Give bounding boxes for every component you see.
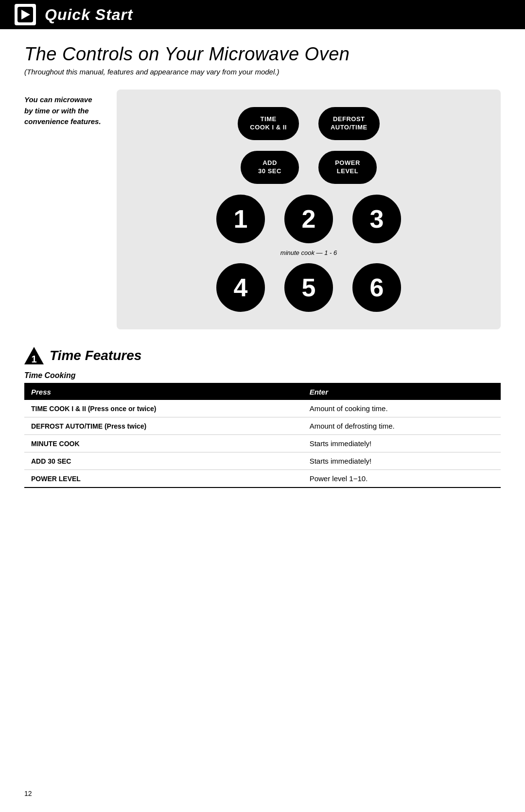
enter-cell: Starts immediately! (303, 452, 501, 470)
sidebar-description: You can microwave by time or with the co… (24, 90, 102, 127)
controls-section: You can microwave by time or with the co… (24, 90, 501, 329)
press-cell: TIME COOK I & II (Press once or twice) (24, 400, 303, 417)
minute-cook-label: minute cook — 1 - 6 (280, 249, 337, 256)
svg-text:1: 1 (31, 354, 36, 364)
control-row-2: ADD 30 SEC POWER LEVEL (241, 151, 377, 184)
subsection-label: Time Cooking (24, 371, 501, 380)
cooking-table: Press Enter TIME COOK I & II (Press once… (24, 383, 501, 488)
enter-cell: Starts immediately! (303, 435, 501, 452)
num-3-button[interactable]: 3 (352, 195, 401, 243)
enter-cell: Power level 1−10. (303, 470, 501, 488)
add-30-sec-button[interactable]: ADD 30 SEC (241, 151, 299, 184)
table-row: DEFROST AUTO/TIME (Press twice)Amount of… (24, 417, 501, 435)
enter-cell: Amount of cooking time. (303, 400, 501, 417)
section-title: Time Features (50, 348, 141, 363)
num-6-button[interactable]: 6 (352, 263, 401, 312)
table-header-row: Press Enter (24, 383, 501, 400)
press-cell: DEFROST AUTO/TIME (Press twice) (24, 417, 303, 435)
enter-cell: Amount of defrosting time. (303, 417, 501, 435)
control-row-3: 1 2 3 (216, 195, 401, 243)
header-title: Quick Start (45, 6, 133, 24)
brand-icon (15, 4, 36, 25)
power-level-button[interactable]: POWER LEVEL (318, 151, 377, 184)
header-bar: Quick Start (0, 0, 525, 29)
page-number: 12 (24, 790, 32, 797)
num-1-button[interactable]: 1 (216, 195, 265, 243)
num-2-button[interactable]: 2 (284, 195, 333, 243)
table-row: MINUTE COOKStarts immediately! (24, 435, 501, 452)
control-row-4: 4 5 6 (216, 263, 401, 312)
col-press-header: Press (24, 383, 303, 400)
col-enter-header: Enter (303, 383, 501, 400)
main-title: The Controls on Your Microwave Oven (24, 44, 501, 65)
press-cell: ADD 30 SEC (24, 452, 303, 470)
subtitle: (Throughout this manual, features and ap… (24, 68, 501, 76)
press-cell: MINUTE COOK (24, 435, 303, 452)
num-5-button[interactable]: 5 (284, 263, 333, 312)
press-cell: POWER LEVEL (24, 470, 303, 488)
control-panel: TIME COOK I & II DEFROST AUTO/TIME ADD 3… (117, 90, 501, 329)
table-row: POWER LEVELPower level 1−10. (24, 470, 501, 488)
num-4-button[interactable]: 4 (216, 263, 265, 312)
control-row-1: TIME COOK I & II DEFROST AUTO/TIME (238, 107, 379, 140)
time-features-header: 1 Time Features (24, 347, 501, 364)
time-cooking-section: Time Cooking Press Enter TIME COOK I & I… (24, 371, 501, 488)
table-row: ADD 30 SECStarts immediately! (24, 452, 501, 470)
time-cook-button[interactable]: TIME COOK I & II (238, 107, 299, 140)
table-row: TIME COOK I & II (Press once or twice)Am… (24, 400, 501, 417)
defrost-auto-button[interactable]: DEFROST AUTO/TIME (318, 107, 380, 140)
page-content: The Controls on Your Microwave Oven (Thr… (0, 29, 525, 507)
section-number-icon: 1 (24, 347, 44, 364)
